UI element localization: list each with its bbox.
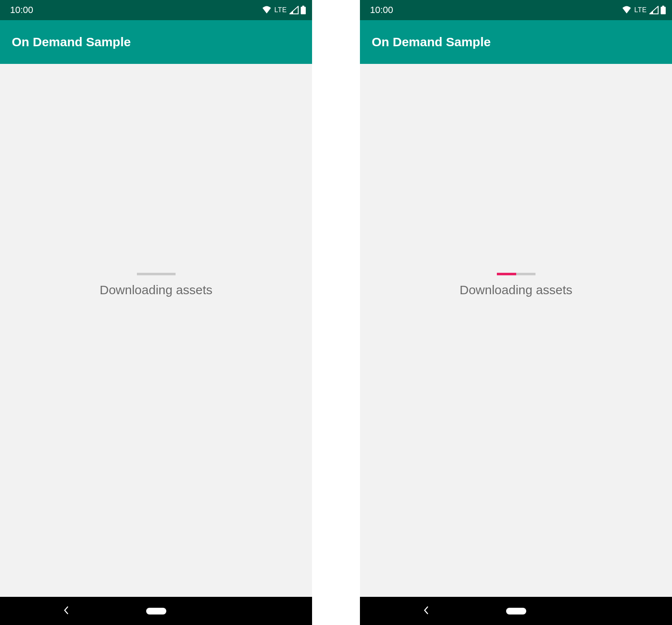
nav-bar: [0, 597, 312, 625]
svg-rect-1: [302, 6, 304, 7]
wifi-icon: [262, 6, 272, 14]
nav-home-button[interactable]: [506, 608, 526, 614]
loading-group: Downloading assets: [459, 273, 572, 297]
network-label: LTE: [274, 6, 287, 14]
status-bar: 10:00 LTE: [360, 0, 672, 20]
status-time: 10:00: [370, 5, 393, 16]
progress-bar: [497, 273, 536, 275]
signal-icon: [649, 6, 659, 14]
loading-label: Downloading assets: [100, 283, 213, 297]
app-title: On Demand Sample: [372, 35, 491, 49]
svg-rect-0: [301, 7, 306, 14]
app-bar: On Demand Sample: [0, 20, 312, 64]
phone-screen-1: 10:00 LTE On Demand Sample Downloading a…: [0, 0, 312, 625]
app-title: On Demand Sample: [12, 35, 131, 49]
status-time: 10:00: [10, 5, 33, 16]
svg-rect-2: [661, 7, 666, 14]
signal-icon: [289, 6, 299, 14]
battery-icon: [660, 5, 666, 15]
nav-back-button[interactable]: [423, 605, 430, 617]
content-area: Downloading assets: [360, 64, 672, 597]
status-icons: LTE: [622, 5, 666, 15]
loading-label: Downloading assets: [459, 283, 572, 297]
progress-bar: [137, 273, 176, 275]
progress-fill: [497, 273, 516, 275]
nav-home-button[interactable]: [146, 608, 166, 614]
app-bar: On Demand Sample: [360, 20, 672, 64]
battery-icon: [300, 5, 306, 15]
status-icons: LTE: [262, 5, 306, 15]
loading-group: Downloading assets: [100, 273, 213, 297]
status-bar: 10:00 LTE: [0, 0, 312, 20]
svg-rect-3: [662, 6, 664, 7]
phone-screen-2: 10:00 LTE On Demand Sample Downloading a…: [360, 0, 672, 625]
network-label: LTE: [634, 6, 647, 14]
wifi-icon: [622, 6, 632, 14]
nav-back-button[interactable]: [63, 605, 70, 617]
content-area: Downloading assets: [0, 64, 312, 597]
nav-bar: [360, 597, 672, 625]
